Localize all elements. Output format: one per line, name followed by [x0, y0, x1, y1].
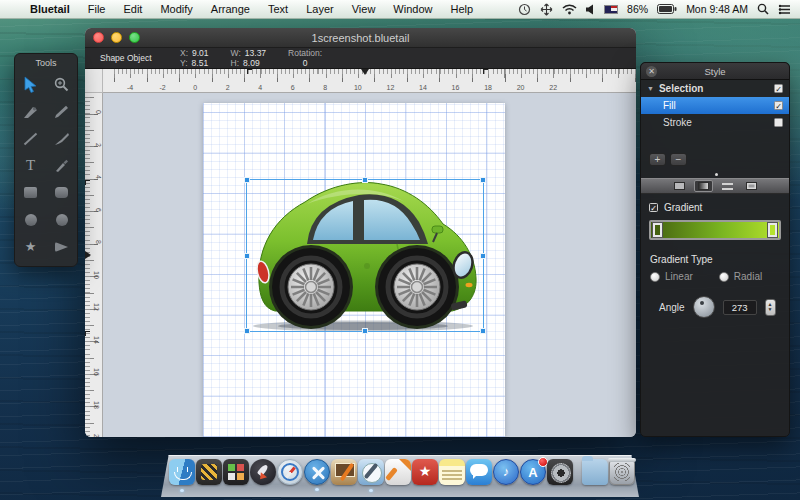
gradient-fill-segment[interactable] [694, 180, 713, 192]
selection-handle-bottom-middle[interactable] [362, 328, 368, 334]
close-panel-icon[interactable]: ✕ [646, 66, 657, 77]
star-tool-icon[interactable]: ★ [15, 233, 46, 260]
app-menu[interactable]: Bluetail [21, 3, 79, 15]
writer-app-icon[interactable] [385, 459, 411, 485]
rounded-rectangle-tool-icon[interactable] [46, 179, 77, 206]
trash-icon[interactable] [609, 459, 635, 485]
pencil-tool-icon[interactable] [46, 98, 77, 125]
top-ruler-tick: 12 [386, 84, 394, 91]
running-indicator [180, 489, 184, 492]
menu-edit[interactable]: Edit [114, 3, 151, 15]
layer-row-fill[interactable]: Fill ✓ [641, 97, 789, 114]
rocket-app-icon[interactable] [250, 459, 276, 485]
radial-radio[interactable]: Radial [719, 271, 762, 282]
line-tool-icon[interactable] [15, 125, 46, 152]
style-panel: ✕ Style ▼ Selection ✓ Fill ✓ Stroke + − [640, 62, 790, 437]
left-ruler-tick: 4 [96, 175, 103, 179]
stroke-checkbox[interactable] [774, 118, 783, 127]
selection-group-row[interactable]: ▼ Selection ✓ [641, 80, 789, 97]
safari-icon[interactable] [277, 459, 303, 485]
utility-app-icon[interactable] [196, 459, 222, 485]
angle-knob[interactable] [693, 296, 715, 318]
volume-icon[interactable] [586, 4, 595, 15]
finder-icon[interactable] [169, 459, 195, 485]
canvas-area[interactable] [103, 93, 636, 437]
time-machine-icon[interactable] [518, 3, 531, 16]
add-style-button[interactable]: + [649, 153, 666, 166]
menu-layer[interactable]: Layer [297, 3, 343, 15]
gradient-stop-left[interactable] [653, 223, 662, 237]
menu-file[interactable]: File [79, 3, 115, 15]
menu-help[interactable]: Help [441, 3, 482, 15]
x-value[interactable]: 9.01 [192, 48, 209, 58]
itunes-icon[interactable]: ♪ [493, 459, 519, 485]
gradient-stop-right[interactable] [768, 223, 777, 237]
system-preferences-icon[interactable] [547, 459, 573, 485]
downloads-folder-icon[interactable] [582, 459, 608, 485]
angle-value-field[interactable]: 273 [723, 300, 757, 315]
menu-modify[interactable]: Modify [151, 3, 201, 15]
window-titlebar[interactable]: 1screenshot.bluetail [85, 28, 636, 48]
cone-tool-icon[interactable] [46, 233, 77, 260]
xcode-icon[interactable] [358, 459, 384, 485]
panel-grip-dot[interactable] [715, 173, 718, 176]
wunderlist-icon[interactable]: ★ [412, 459, 438, 485]
h-value[interactable]: 8.09 [243, 58, 260, 68]
rectangle-tool-icon[interactable] [15, 179, 46, 206]
move-icon[interactable] [540, 3, 553, 16]
spotlight-icon[interactable] [757, 3, 769, 15]
battery-icon[interactable] [657, 4, 677, 14]
grid-app-icon[interactable] [223, 459, 249, 485]
image-fill-segment[interactable] [742, 180, 761, 192]
layer-row-stroke[interactable]: Stroke [641, 114, 789, 131]
zoom-tool-icon[interactable] [46, 71, 77, 98]
selection-handle-top-middle[interactable] [362, 177, 368, 183]
pen-tool-icon[interactable] [15, 98, 46, 125]
text-tool-icon[interactable]: T [15, 152, 46, 179]
menu-clock[interactable]: Mon 9:48 AM [686, 3, 748, 15]
messages-icon[interactable] [466, 459, 492, 485]
selection-bounding-box[interactable] [247, 180, 483, 331]
knife-tool-icon[interactable] [46, 152, 77, 179]
notification-center-icon[interactable] [778, 4, 791, 15]
selection-handle-bottom-right[interactable] [480, 328, 486, 334]
notes-icon[interactable] [439, 459, 465, 485]
remove-style-button[interactable]: − [670, 153, 687, 166]
selection-handle-bottom-left[interactable] [244, 328, 250, 334]
bluetail-app-icon[interactable] [304, 459, 330, 485]
object-info-bar: Shape Object X:9.01 Y:8.51 W:13.37 H:8.0… [85, 48, 636, 69]
menu-view[interactable]: View [343, 3, 385, 15]
car-illustration[interactable] [247, 180, 483, 331]
rotation-value[interactable]: 0 [288, 58, 322, 68]
left-ruler-tick: 0 [96, 110, 103, 114]
gradient-type-label: Gradient Type [641, 248, 789, 269]
fill-checkbox[interactable]: ✓ [774, 101, 783, 110]
wifi-icon[interactable] [562, 4, 577, 15]
brush-tool-icon[interactable] [46, 125, 77, 152]
selection-handle-middle-right[interactable] [480, 253, 486, 259]
disclosure-triangle-icon[interactable]: ▼ [647, 85, 654, 92]
menu-text[interactable]: Text [259, 3, 297, 15]
menu-arrange[interactable]: Arrange [202, 3, 259, 15]
selection-tool-icon[interactable] [15, 71, 46, 98]
y-value[interactable]: 8.51 [192, 58, 209, 68]
linear-radio[interactable]: Linear [650, 271, 693, 282]
w-value[interactable]: 13.37 [245, 48, 266, 58]
selection-handle-top-right[interactable] [480, 177, 486, 183]
stroke-style-segment[interactable] [718, 180, 737, 192]
selection-handle-top-left[interactable] [244, 177, 250, 183]
photos-app-icon[interactable] [331, 459, 357, 485]
style-panel-titlebar[interactable]: ✕ Style [641, 63, 789, 80]
solid-fill-segment[interactable] [670, 180, 689, 192]
app-store-icon[interactable]: A [520, 459, 546, 485]
selection-visibility-checkbox[interactable]: ✓ [774, 84, 783, 93]
ellipse-tool-icon[interactable] [15, 206, 46, 233]
gradient-swatch[interactable] [649, 220, 781, 240]
selection-handle-middle-left[interactable] [244, 253, 250, 259]
oval-tool-icon[interactable] [46, 206, 77, 233]
running-indicator [315, 488, 319, 491]
angle-stepper[interactable]: ▲▼ [765, 299, 776, 316]
gradient-checkbox[interactable]: ✓ [649, 203, 658, 212]
input-source-flag-icon[interactable] [604, 5, 618, 14]
menu-window[interactable]: Window [384, 3, 441, 15]
